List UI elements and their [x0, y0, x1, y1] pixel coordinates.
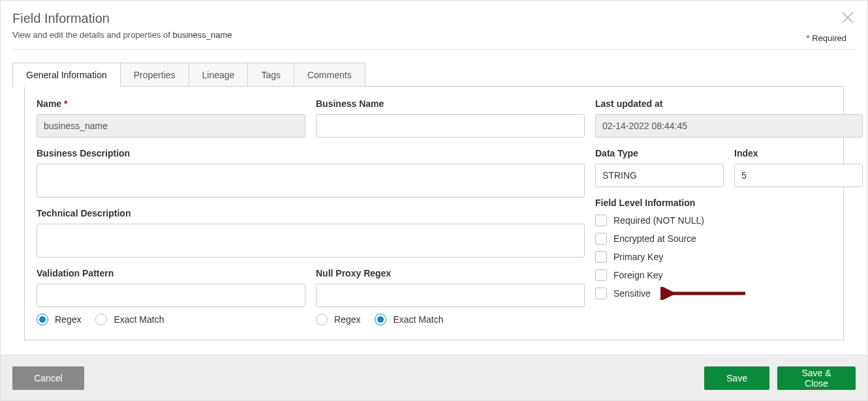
- annotation-arrow-icon: [660, 287, 752, 300]
- validation-exact-radio-label: Exact Match: [114, 314, 164, 325]
- null-proxy-label: Null Proxy Regex: [316, 268, 585, 278]
- validation-pattern-input[interactable]: [37, 284, 305, 307]
- index-input[interactable]: [734, 164, 863, 187]
- null-proxy-regex-radio-label: Regex: [334, 314, 360, 325]
- technical-description-label: Technical Description: [37, 208, 585, 218]
- divider: [12, 49, 856, 50]
- required-legend: * Required: [807, 33, 846, 43]
- save-and-close-button[interactable]: Save & Close: [777, 366, 856, 390]
- subtitle-prefix: View and edit the details and properties…: [12, 30, 170, 40]
- primary-key-checkbox[interactable]: [595, 251, 607, 263]
- cancel-button[interactable]: Cancel: [12, 366, 84, 390]
- validation-regex-radio[interactable]: [37, 314, 48, 325]
- required-checkbox[interactable]: [595, 215, 607, 226]
- right-column: Last updated at Data Type Index Field Le…: [595, 98, 863, 325]
- encrypted-checkbox[interactable]: [595, 233, 607, 245]
- data-type-label: Data Type: [595, 148, 724, 158]
- name-input[interactable]: [37, 114, 305, 138]
- tab-lineage[interactable]: Lineage: [189, 63, 249, 87]
- last-updated-label: Last updated at: [595, 98, 863, 109]
- required-legend-text: Required: [812, 33, 846, 43]
- close-icon: [840, 10, 856, 25]
- validation-pattern-radio-group: Regex Exact Match: [37, 314, 305, 325]
- business-description-label: Business Description: [37, 148, 585, 158]
- business-name-input[interactable]: [316, 114, 585, 138]
- foreign-key-checkbox[interactable]: [595, 269, 607, 281]
- subtitle-field-name: business_name: [173, 30, 232, 40]
- field-level-info-title: Field Level Information: [595, 198, 863, 208]
- tab-general-information[interactable]: General Information: [12, 63, 121, 87]
- primary-key-checkbox-label: Primary Key: [613, 252, 663, 262]
- index-label: Index: [734, 148, 863, 158]
- null-proxy-radio-group: Regex Exact Match: [316, 314, 585, 325]
- required-star-icon: *: [64, 98, 67, 109]
- save-button[interactable]: Save: [704, 366, 769, 390]
- validation-regex-radio-label: Regex: [55, 314, 81, 325]
- sensitive-checkbox-label: Sensitive: [613, 288, 651, 299]
- validation-exact-radio[interactable]: [95, 314, 107, 325]
- name-label-text: Name: [37, 98, 61, 109]
- left-column: Name * Business Name Business Descriptio…: [37, 98, 585, 325]
- validation-pattern-label: Validation Pattern: [37, 268, 305, 278]
- tab-tags[interactable]: Tags: [247, 63, 294, 87]
- null-proxy-regex-radio[interactable]: [316, 314, 328, 325]
- page-title: Field Information: [12, 11, 856, 26]
- tab-comments[interactable]: Comments: [294, 63, 365, 87]
- null-proxy-input[interactable]: [316, 284, 585, 307]
- data-type-input[interactable]: [595, 164, 724, 187]
- null-proxy-exact-radio[interactable]: [375, 314, 386, 325]
- encrypted-checkbox-label: Encrypted at Source: [613, 233, 696, 244]
- footer: Cancel Save Save & Close: [1, 355, 867, 400]
- business-name-label: Business Name: [316, 98, 585, 109]
- foreign-key-checkbox-label: Foreign Key: [613, 270, 662, 280]
- tabs: General Information Properties Lineage T…: [12, 63, 856, 87]
- tab-properties[interactable]: Properties: [120, 63, 189, 87]
- business-description-input[interactable]: [37, 164, 585, 198]
- required-star-icon: *: [807, 33, 810, 43]
- close-button[interactable]: [840, 10, 856, 25]
- technical-description-input[interactable]: [37, 224, 585, 258]
- name-label: Name *: [37, 98, 305, 109]
- field-level-checklist: Required (NOT NULL) Encrypted at Source …: [595, 215, 863, 299]
- required-checkbox-label: Required (NOT NULL): [613, 215, 704, 226]
- sensitive-checkbox[interactable]: [595, 288, 607, 299]
- page-subtitle: View and edit the details and properties…: [12, 30, 856, 40]
- general-information-panel: Name * Business Name Business Descriptio…: [24, 86, 844, 340]
- null-proxy-exact-radio-label: Exact Match: [393, 314, 443, 325]
- last-updated-value: [595, 114, 863, 138]
